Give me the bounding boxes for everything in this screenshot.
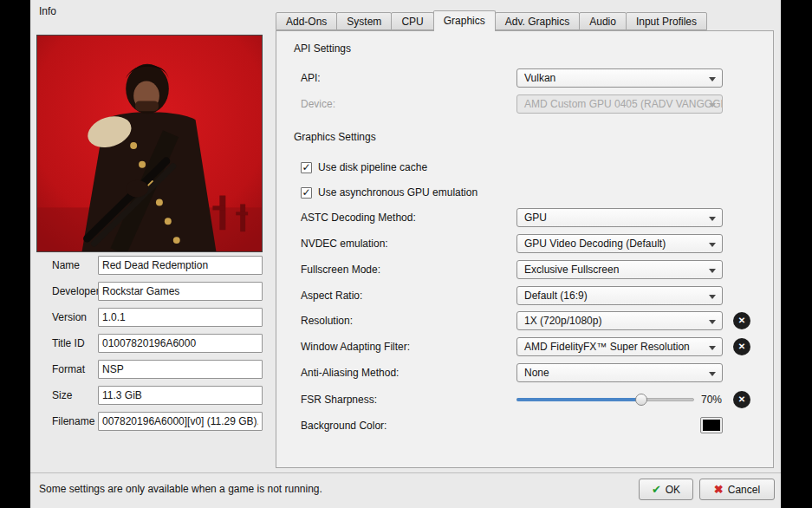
- checkbox-check-icon: ✓: [301, 162, 312, 173]
- window-adapting-filter-clear-button[interactable]: ✕: [733, 338, 750, 355]
- tab-input-profiles[interactable]: Input Profiles: [626, 12, 707, 30]
- chevron-down-icon: [709, 346, 716, 350]
- async-gpu-emulation-checkbox[interactable]: ✓ Use asynchronous GPU emulation: [301, 186, 477, 199]
- astc-decoding-dropdown[interactable]: GPU: [516, 208, 723, 227]
- info-field-list: Name Developer Version Title ID Format S…: [36, 256, 263, 438]
- tab-add-ons[interactable]: Add-Ons: [276, 12, 337, 30]
- api-label: API:: [301, 72, 321, 84]
- size-field[interactable]: [98, 386, 263, 405]
- api-dropdown[interactable]: Vulkan: [516, 68, 723, 88]
- resolution-label: Resolution:: [301, 315, 353, 327]
- api-settings-title: API Settings: [294, 42, 351, 55]
- window-adapting-filter-dropdown[interactable]: AMD FidelityFX™ Super Resolution: [516, 337, 723, 356]
- background-color-row: Background Color:: [276, 416, 773, 435]
- size-label: Size: [52, 389, 72, 401]
- fsr-slider-handle[interactable]: [635, 394, 647, 406]
- chevron-down-icon: [709, 269, 716, 273]
- name-label: Name: [52, 259, 80, 271]
- aspect-ratio-value: Default (16:9): [524, 290, 588, 302]
- info-row-size: Size: [36, 386, 263, 412]
- tab-graphics[interactable]: Graphics: [433, 10, 496, 31]
- nvdec-emulation-row: NVDEC emulation: GPU Video Decoding (Def…: [276, 234, 773, 253]
- anti-aliasing-value: None: [524, 367, 549, 379]
- graphics-settings-title: Graphics Settings: [294, 131, 376, 143]
- version-field[interactable]: [98, 308, 263, 327]
- resolution-row: Resolution: 1X (720p/1080p) ✕: [276, 311, 773, 330]
- format-label: Format: [52, 363, 85, 375]
- tab-audio[interactable]: Audio: [579, 12, 627, 30]
- device-row: Device: AMD Custom GPU 0405 (RADV VANGOG…: [276, 94, 773, 114]
- fsr-sharpness-row: FSR Sharpness: 70% ✕: [276, 390, 773, 409]
- aspect-ratio-row: Aspect Ratio: Default (16:9): [276, 286, 773, 305]
- api-row: API: Vulkan: [276, 68, 773, 88]
- window-adapting-filter-row: Window Adapting Filter: AMD FidelityFX™ …: [276, 337, 773, 356]
- fsr-sharpness-slider[interactable]: [516, 390, 694, 409]
- anti-aliasing-dropdown[interactable]: None: [516, 363, 723, 382]
- info-row-developer: Developer: [36, 282, 263, 308]
- background-color-swatch-inner: [703, 420, 720, 431]
- device-dropdown: AMD Custom GPU 0405 (RADV VANGOGH): [516, 94, 723, 114]
- ok-button-label: OK: [666, 484, 680, 496]
- developer-label: Developer: [52, 285, 100, 297]
- api-dropdown-value: Vulkan: [524, 72, 555, 84]
- version-label: Version: [52, 311, 87, 323]
- device-dropdown-value: AMD Custom GPU 0405 (RADV VANGOGH): [524, 98, 723, 110]
- astc-decoding-row: ASTC Decoding Method: GPU: [276, 208, 773, 227]
- chevron-down-icon: [709, 320, 716, 324]
- footer-note: Some settings are only available when a …: [39, 483, 322, 495]
- background-color-button[interactable]: [700, 417, 723, 433]
- checkbox-check-icon: ✓: [301, 187, 312, 199]
- game-properties-window: Info: [30, 0, 781, 508]
- window-adapting-filter-label: Window Adapting Filter:: [301, 341, 410, 353]
- chevron-down-icon: [709, 217, 716, 221]
- aspect-ratio-label: Aspect Ratio:: [301, 290, 362, 302]
- device-label: Device:: [301, 98, 335, 110]
- game-cover-image: [36, 35, 263, 252]
- graphics-tab-panel: API Settings API: Vulkan Device: AMD Cus…: [276, 30, 774, 468]
- nvdec-emulation-label: NVDEC emulation:: [301, 238, 388, 250]
- disk-pipeline-cache-label: Use disk pipeline cache: [318, 161, 427, 173]
- chevron-down-icon: [709, 103, 716, 107]
- fsr-slider-fill: [516, 398, 641, 401]
- fullscreen-mode-dropdown[interactable]: Exclusive Fullscreen: [516, 260, 723, 279]
- chevron-down-icon: [709, 77, 716, 81]
- chevron-down-icon: [709, 372, 716, 376]
- fsr-sharpness-clear-button[interactable]: ✕: [733, 391, 750, 408]
- info-row-version: Version: [36, 308, 263, 334]
- aspect-ratio-dropdown[interactable]: Default (16:9): [516, 286, 723, 305]
- info-row-format: Format: [36, 360, 263, 386]
- ok-button[interactable]: ✔ OK: [639, 479, 693, 500]
- settings-tab-bar: Add-Ons System CPU Graphics Adv. Graphic…: [276, 10, 707, 31]
- fullscreen-mode-label: Fullscreen Mode:: [301, 264, 380, 276]
- anti-aliasing-label: Anti-Aliasing Method:: [301, 367, 399, 379]
- clear-icon: ✕: [738, 394, 745, 404]
- astc-decoding-label: ASTC Decoding Method:: [301, 212, 416, 224]
- filename-label: Filename: [52, 415, 94, 427]
- resolution-dropdown[interactable]: 1X (720p/1080p): [516, 311, 723, 330]
- ok-check-icon: ✔: [652, 483, 661, 496]
- tab-adv-graphics[interactable]: Adv. Graphics: [495, 12, 580, 30]
- title-id-label: Title ID: [52, 337, 85, 349]
- anti-aliasing-row: Anti-Aliasing Method: None: [276, 363, 773, 382]
- nvdec-emulation-dropdown[interactable]: GPU Video Decoding (Default): [516, 234, 723, 253]
- tab-system[interactable]: System: [336, 12, 392, 30]
- game-cover-art: [37, 36, 262, 251]
- name-field[interactable]: [98, 256, 263, 275]
- format-field[interactable]: [98, 360, 263, 379]
- developer-field[interactable]: [98, 282, 263, 301]
- cancel-x-icon: ✖: [714, 483, 724, 496]
- disk-pipeline-cache-checkbox[interactable]: ✓ Use disk pipeline cache: [301, 160, 427, 174]
- cancel-button-label: Cancel: [728, 484, 760, 496]
- tab-cpu[interactable]: CPU: [391, 12, 433, 30]
- nvdec-emulation-value: GPU Video Decoding (Default): [524, 238, 666, 250]
- background-color-label: Background Color:: [301, 420, 387, 432]
- filename-field[interactable]: [98, 412, 263, 431]
- resolution-clear-button[interactable]: ✕: [733, 312, 750, 329]
- info-row-name: Name: [36, 256, 263, 282]
- title-id-field[interactable]: [98, 334, 263, 353]
- cancel-button[interactable]: ✖ Cancel: [699, 479, 775, 500]
- clear-icon: ✕: [738, 342, 745, 351]
- fullscreen-mode-value: Exclusive Fullscreen: [524, 264, 619, 276]
- info-panel-title: Info: [39, 5, 56, 17]
- dialog-footer: Some settings are only available when a …: [30, 472, 781, 508]
